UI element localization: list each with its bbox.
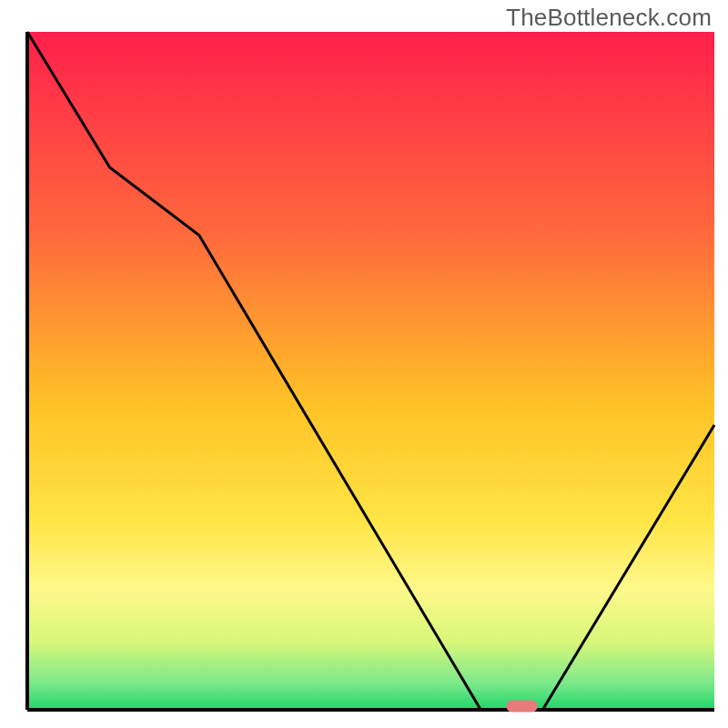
- plot-gradient-background: [27, 32, 714, 710]
- valley-marker: [507, 701, 538, 713]
- bottleneck-chart: [0, 0, 728, 728]
